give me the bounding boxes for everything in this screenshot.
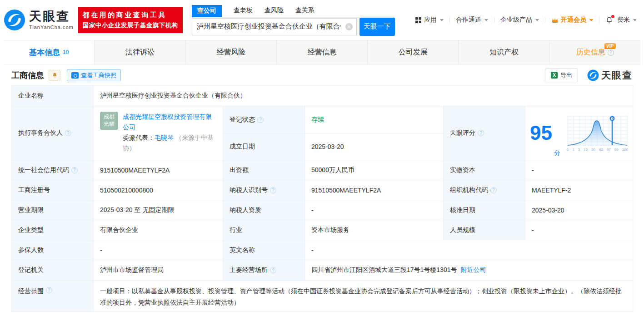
- established-date-label: 成立日期: [223, 133, 305, 160]
- org-code-label: 组织机构代码?: [444, 180, 525, 200]
- paid-capital-value: -: [525, 160, 633, 180]
- company-name-value: 泸州星空核医疗创业投资基金合伙企业（有限合伙）: [94, 86, 633, 106]
- help-icon[interactable]: ?: [270, 267, 276, 273]
- score-unit: 分: [554, 149, 560, 158]
- approval-date-value: 2025-03-20: [525, 200, 633, 220]
- monitor-subscribe-button[interactable]: [49, 70, 60, 81]
- logo-title: 天眼查: [29, 10, 74, 24]
- business-scope-label: 经营范围?: [12, 281, 94, 312]
- tab-operating-info[interactable]: 经营信息: [277, 40, 368, 64]
- taxpayer-quality-label: 纳税人资质: [223, 200, 305, 220]
- chevron-down-icon: [535, 19, 539, 21]
- divider: [599, 17, 599, 23]
- clear-search-icon[interactable]: ✕: [345, 23, 353, 30]
- nearby-companies-link[interactable]: 附近公司: [461, 266, 486, 274]
- partner-company-link[interactable]: 成都光耀星空股权投资管理有限公司: [123, 113, 212, 131]
- search-tab-boss[interactable]: 查老板: [234, 5, 253, 17]
- rep-name-link[interactable]: 毛晓琴: [155, 134, 174, 141]
- nav-enterprise-products[interactable]: 企业级产品: [500, 16, 539, 24]
- tianyan-score-value: 95 分 0131550859799100: [525, 106, 633, 160]
- search-tab-risk[interactable]: 查风险: [265, 5, 284, 17]
- search-tab-relation[interactable]: 查关系: [295, 5, 315, 17]
- help-icon[interactable]: ?: [608, 49, 614, 56]
- help-icon[interactable]: ?: [65, 130, 71, 136]
- tab-operating-risk[interactable]: 经营风险: [186, 40, 277, 64]
- score-distribution-chart: 0131550859799100: [567, 114, 628, 152]
- snapshot-button[interactable]: 查看工商快照: [67, 69, 121, 81]
- tab-company-development[interactable]: 公司发展: [368, 40, 459, 64]
- help-icon[interactable]: ?: [270, 187, 276, 193]
- industry-label: 行业: [223, 220, 305, 240]
- paid-capital-label: 实缴资本: [444, 160, 525, 180]
- executive-partner-value: 成都 光耀 成都光耀星空股权投资管理有限公司 委派代表：毛晓琴 （来源于中基协）: [94, 106, 223, 160]
- divider: [494, 17, 494, 23]
- executive-partner-label: 执行事务合伙人?: [12, 106, 94, 160]
- staff-size-value: -: [525, 220, 633, 240]
- nav-username[interactable]: 费米: [617, 16, 637, 24]
- established-date-value: 2025-03-20: [305, 133, 444, 160]
- score-chart-x-axis: 0131550859799100: [567, 148, 628, 152]
- excel-icon: X: [551, 72, 558, 79]
- english-name-value: -: [305, 240, 633, 260]
- search-tab-company[interactable]: 查公司: [192, 5, 222, 17]
- chevron-down-icon: [484, 19, 488, 21]
- bell-icon: [52, 72, 58, 78]
- app-grid-icon: [415, 17, 422, 24]
- help-icon[interactable]: ?: [46, 287, 52, 293]
- company-type-label: 企业类型: [12, 220, 94, 240]
- site-header: 天眼查 TianYanCha.com 都在用的商业查询工具 国家中小企业发展子基…: [0, 0, 644, 40]
- partner-avatar[interactable]: 成都 光耀: [100, 112, 118, 130]
- tianyancha-logo[interactable]: 天眼查 TianYanCha.com: [4, 9, 74, 31]
- vip-badge: VIP: [604, 43, 616, 49]
- search-input[interactable]: [192, 18, 357, 35]
- business-address-value: 四川省泸州市江阳区酒城大道三段17号1号楼1301号 附近公司: [305, 260, 633, 281]
- export-button[interactable]: X 导出: [545, 69, 578, 82]
- capital-value: 50000万人民币: [305, 160, 444, 180]
- registration-authority-label: 登记机关: [12, 260, 94, 281]
- rep-label: 委派代表：: [123, 134, 155, 141]
- search-button[interactable]: 天眼一下: [359, 18, 395, 36]
- business-info-table: 企业名称 泸州星空核医疗创业投资基金合伙企业（有限合伙） 执行事务合伙人? 成都…: [11, 85, 633, 312]
- score-number: 95: [530, 123, 552, 143]
- insured-count-label: 参保人数: [12, 240, 94, 260]
- business-info-toolbar: 工商信息 查看工商快照 X 导出 天眼查: [0, 65, 644, 85]
- taxpayer-id-value: 91510500MAEETYLF2A: [305, 180, 444, 200]
- chevron-down-icon: [589, 19, 593, 21]
- credit-code-value: 91510500MAEETYLF2A: [94, 160, 223, 180]
- nav-vip-membership[interactable]: 开通会员: [551, 16, 593, 24]
- business-term-label: 营业期限: [12, 200, 94, 220]
- promo-banner: 都在用的商业查询工具 国家中小企业发展子基金旗下机构: [78, 7, 183, 33]
- logo-subtitle: TianYanCha.com: [29, 25, 74, 30]
- taxpayer-id-label: 纳税人识别号?: [223, 180, 305, 200]
- nav-cooperation[interactable]: 合作通道: [456, 16, 488, 24]
- company-name-label: 企业名称: [12, 86, 94, 106]
- taxpayer-quality-value: -: [305, 200, 444, 220]
- tianyancha-watermark: 天眼查: [587, 69, 633, 82]
- tianyancha-swirl-icon: [587, 69, 599, 81]
- camera-icon: [71, 72, 79, 79]
- tab-history-info[interactable]: VIP 历史信息 ?: [550, 40, 640, 64]
- capital-label: 出资额: [223, 160, 305, 180]
- help-icon[interactable]: ?: [71, 167, 78, 173]
- staff-size-label: 人员规模: [444, 220, 525, 240]
- section-title: 工商信息: [11, 70, 44, 81]
- registration-status-label: 登记状态?: [223, 106, 305, 133]
- nav-apps[interactable]: 应用: [415, 16, 444, 24]
- org-code-value: MAEETYLF-2: [525, 180, 633, 200]
- promo-line2: 国家中小企业发展子基金旗下机构: [83, 21, 178, 30]
- tianyancha-swirl-icon: [4, 9, 25, 31]
- insured-count-value: -: [94, 240, 223, 260]
- notifications-bell[interactable]: [605, 16, 613, 24]
- english-name-label: 英文名称: [223, 240, 305, 260]
- tab-intellectual-property[interactable]: 知识产权: [459, 40, 549, 64]
- tab-basic-info[interactable]: 基本信息 10: [4, 40, 95, 64]
- credit-code-label: 统一社会信用代码?: [12, 160, 94, 180]
- registration-number-label: 工商注册号: [12, 180, 94, 200]
- help-icon[interactable]: ?: [257, 117, 264, 123]
- tab-legal-proceedings[interactable]: 法律诉讼: [95, 40, 185, 64]
- help-icon[interactable]: ?: [490, 187, 497, 193]
- registration-authority-value: 泸州市市场监督管理局: [94, 260, 223, 281]
- chevron-down-icon: [440, 19, 444, 21]
- help-icon[interactable]: ?: [478, 130, 484, 136]
- divider: [545, 17, 545, 23]
